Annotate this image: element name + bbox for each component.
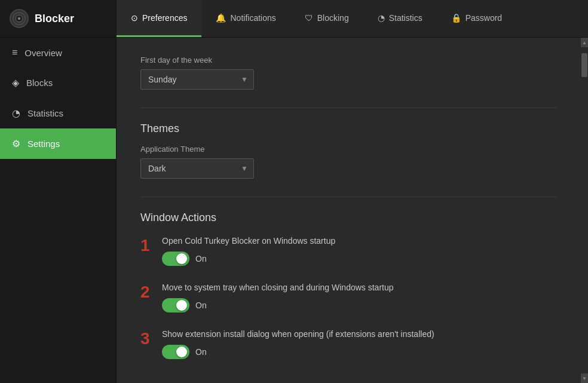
password-icon: 🔒	[451, 13, 461, 23]
scrollbar-down-button[interactable]: ▼	[581, 373, 588, 383]
action-content-1: Open Cold Turkey Blocker on Windows star…	[162, 236, 557, 266]
toggle-2[interactable]	[162, 298, 189, 312]
toggle-thumb-1	[176, 253, 187, 264]
action-number-3: 3	[140, 330, 152, 347]
sidebar-settings-label: Settings	[27, 139, 60, 149]
blocks-icon: ◈	[12, 77, 19, 88]
action-label-3: Show extension install dialog when openi…	[162, 329, 557, 339]
notifications-icon: 🔔	[216, 13, 226, 23]
app-theme-select-wrapper: Dark Light System ▼	[140, 158, 254, 179]
sidebar-item-settings[interactable]: ⚙ Settings	[0, 128, 116, 159]
toggle-track-3	[162, 345, 189, 359]
app-logo: Blocker	[0, 0, 117, 37]
first-day-select[interactable]: Sunday Monday Tuesday Wednesday Thursday…	[140, 69, 254, 90]
tab-statistics-label: Statistics	[389, 13, 422, 23]
toggle-label-2: On	[195, 301, 207, 310]
sidebar-item-overview[interactable]: ≡ Overview	[0, 38, 116, 68]
action-content-3: Show extension install dialog when openi…	[162, 329, 557, 359]
sidebar-item-statistics[interactable]: ◔ Statistics	[0, 98, 116, 128]
toggle-track-1	[162, 252, 189, 266]
tab-password-label: Password	[466, 13, 502, 23]
top-nav: Blocker ⊙ Preferences 🔔 Notifications 🛡 …	[0, 0, 588, 38]
statistics-nav-icon: ◔	[378, 13, 385, 23]
svg-point-2	[18, 17, 20, 20]
window-actions-section: Window Actions 1 Open Cold Turkey Blocke…	[140, 212, 557, 359]
toggle-label-3: On	[195, 347, 207, 357]
window-actions-title: Window Actions	[140, 212, 557, 224]
sidebar-item-blocks[interactable]: ◈ Blocks	[0, 68, 116, 98]
app-theme-label: Application Theme	[140, 145, 557, 154]
themes-section: Themes Application Theme Dark Light Syst…	[140, 122, 557, 179]
action-label-2: Move to system tray when closing and dur…	[162, 283, 557, 292]
tab-notifications-label: Notifications	[230, 13, 275, 23]
toggle-label-1: On	[195, 254, 207, 263]
settings-icon: ⚙	[12, 138, 20, 149]
tab-blocking-label: Blocking	[317, 13, 349, 23]
themes-title: Themes	[140, 122, 557, 135]
content-area: First day of the week Sunday Monday Tues…	[117, 38, 581, 383]
toggle-row-2: On	[162, 298, 557, 312]
tab-preferences-label: Preferences	[142, 13, 187, 23]
scrollbar-area	[581, 47, 588, 373]
logo-svg	[13, 12, 26, 25]
toggle-row-3: On	[162, 345, 557, 359]
nav-tabs: ⊙ Preferences 🔔 Notifications 🛡 Blocking…	[117, 0, 516, 37]
scrollbar-thumb[interactable]	[581, 53, 587, 77]
tab-notifications[interactable]: 🔔 Notifications	[201, 0, 290, 37]
sidebar-statistics-label: Statistics	[27, 108, 63, 118]
toggle-row-1: On	[162, 252, 557, 266]
first-day-section: First day of the week Sunday Monday Tues…	[140, 56, 557, 90]
sidebar: ≡ Overview ◈ Blocks ◔ Statistics ⚙ Setti…	[0, 38, 117, 383]
tab-statistics[interactable]: ◔ Statistics	[363, 0, 437, 37]
divider-2	[140, 197, 557, 197]
action-number-2: 2	[140, 284, 152, 301]
app-logo-icon	[10, 9, 29, 28]
sidebar-statistics-icon: ◔	[12, 108, 20, 119]
tab-blocking[interactable]: 🛡 Blocking	[290, 0, 363, 37]
divider-1	[140, 108, 557, 108]
preferences-icon: ⊙	[131, 13, 138, 23]
app-title: Blocker	[35, 13, 74, 25]
action-row-2: 2 Move to system tray when closing and d…	[140, 283, 557, 312]
toggle-thumb-3	[176, 347, 187, 357]
blocking-icon: 🛡	[305, 13, 313, 23]
tab-password[interactable]: 🔒 Password	[437, 0, 516, 37]
main-layout: ≡ Overview ◈ Blocks ◔ Statistics ⚙ Setti…	[0, 38, 588, 383]
tab-preferences[interactable]: ⊙ Preferences	[117, 0, 201, 37]
toggle-thumb-2	[176, 300, 187, 311]
overview-icon: ≡	[12, 47, 17, 58]
toggle-1[interactable]	[162, 252, 189, 266]
first-day-label: First day of the week	[140, 56, 557, 65]
action-number-1: 1	[140, 237, 152, 254]
scrollbar-up-button[interactable]: ▲	[581, 38, 588, 47]
sidebar-blocks-label: Blocks	[26, 78, 53, 88]
action-row-1: 1 Open Cold Turkey Blocker on Windows st…	[140, 236, 557, 266]
first-day-select-wrapper: Sunday Monday Tuesday Wednesday Thursday…	[140, 69, 254, 90]
app-theme-select[interactable]: Dark Light System	[140, 158, 254, 179]
action-row-3: 3 Show extension install dialog when ope…	[140, 329, 557, 359]
scrollbar: ▲ ▼	[581, 38, 588, 383]
toggle-3[interactable]	[162, 345, 189, 359]
action-label-1: Open Cold Turkey Blocker on Windows star…	[162, 236, 557, 246]
toggle-track-2	[162, 298, 189, 312]
action-content-2: Move to system tray when closing and dur…	[162, 283, 557, 312]
sidebar-overview-label: Overview	[24, 48, 62, 58]
